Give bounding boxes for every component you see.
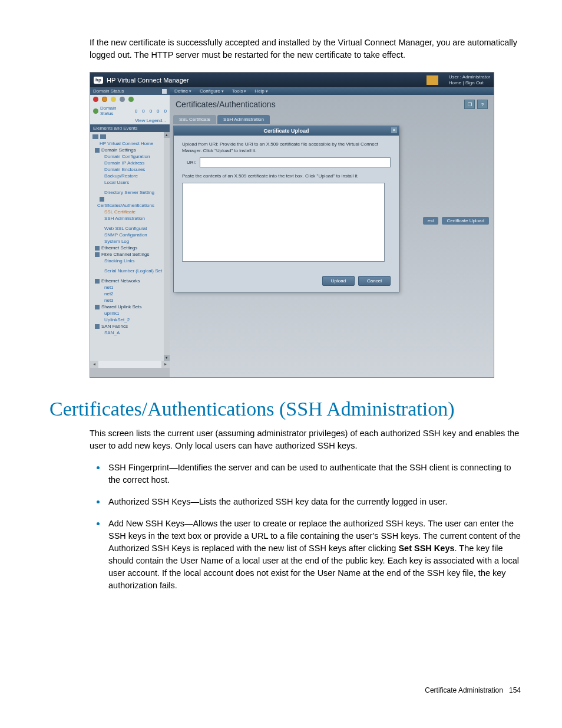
uri-label: URI:	[187, 160, 196, 165]
tree-icon[interactable]	[92, 134, 98, 139]
dialog-title: Certificate Upload ×	[174, 126, 399, 136]
nav-tree-icons	[92, 133, 167, 140]
nav-net2[interactable]: net2	[92, 291, 167, 297]
close-icon[interactable]: ×	[391, 127, 397, 133]
bullet-authorized-keys: Authorized SSH Keys—Lists the authorized…	[106, 495, 521, 508]
menu-help[interactable]: Help	[254, 88, 267, 94]
certificate-upload-dialog: Certificate Upload × Upload from URI: Pr…	[173, 126, 399, 292]
collapse-icon[interactable]	[162, 89, 167, 94]
nav-san-fabrics[interactable]: SAN Fabrics	[92, 323, 167, 330]
nav-tree: HP Virtual Connect Home Domain Settings …	[90, 132, 170, 361]
status-dot-critical-icon	[93, 97, 98, 102]
tab-ssl-certificate[interactable]: SSL Certificate	[173, 115, 216, 124]
horizontal-scrollbar[interactable]: ◂ ▸	[90, 361, 170, 368]
section-heading: Certificates/Authentications (SSH Admini…	[49, 398, 521, 420]
dialog-instr-paste: Paste the contents of an X.509 certifica…	[182, 173, 391, 179]
upload-button[interactable]: Upload	[322, 276, 355, 286]
titlebar: hp HP Virtual Connect Manager User : Adm…	[90, 73, 494, 87]
intro-paragraph: If the new certificate is successfully a…	[90, 37, 521, 61]
nav-dir-server[interactable]: Directory Server Setting	[92, 189, 167, 196]
bullet-ssh-fingerprint: SSH Fingerprint—Identifies the server an…	[106, 460, 521, 486]
footer-page: 154	[509, 686, 521, 694]
nav-shared-uplink[interactable]: Shared Uplink Sets	[92, 304, 167, 310]
folder-icon	[95, 246, 100, 251]
nav-domain-config[interactable]: Domain Configuration	[92, 153, 167, 160]
nav-vc-home[interactable]: HP Virtual Connect Home	[92, 140, 167, 147]
tree-icon[interactable]	[100, 134, 106, 139]
signout-link[interactable]: Sign Out	[465, 80, 484, 85]
nav-cert-auth[interactable]: Certificates/Authentications	[92, 202, 167, 209]
dialog-instr-uri: Upload from URI: Provide the URI to an X…	[182, 141, 391, 154]
folder-icon	[100, 197, 104, 202]
nav-ssh-admin[interactable]: SSH Administration	[92, 215, 167, 222]
tabs: SSL Certificate SSH Administration	[170, 115, 494, 124]
menubar: Define Configure Tools Help	[170, 87, 494, 95]
folder-icon	[95, 305, 100, 309]
status-row	[90, 95, 170, 104]
home-link[interactable]: Home	[449, 80, 461, 85]
scroll-right-icon[interactable]: ▸	[161, 361, 170, 368]
nav-ssl-cert[interactable]: SSL Certificate	[92, 209, 167, 215]
nav-net3[interactable]: net3	[92, 297, 167, 304]
status-label-row: Domain Status 0 0 0 0 0	[90, 104, 170, 118]
nav-domain-ip[interactable]: Domain IP Address	[92, 160, 167, 166]
nav-net1[interactable]: net1	[92, 284, 167, 291]
menu-define[interactable]: Define	[174, 88, 191, 94]
page-title-row: Certificates/Authentications ❐ ?	[170, 95, 494, 115]
scroll-left-icon[interactable]: ◂	[90, 361, 98, 368]
menu-configure[interactable]: Configure	[200, 88, 224, 94]
sidebar-domain-status-header: Domain Status	[90, 87, 170, 95]
nav-syslog[interactable]: System Log	[92, 238, 167, 245]
menu-tools[interactable]: Tools	[232, 88, 247, 94]
nav-local-users[interactable]: Local Users	[92, 179, 167, 186]
home-icon[interactable]	[427, 75, 438, 85]
status-dot-ok-icon	[128, 97, 134, 102]
nav-uplinkset2[interactable]: UplinkSet_2	[92, 317, 167, 323]
cancel-button[interactable]: Cancel	[358, 276, 391, 286]
status-dot-major-icon	[102, 97, 107, 102]
bullet-list: SSH Fingerprint—Identifies the server an…	[90, 460, 521, 592]
nav-serial[interactable]: Serial Number (Logical) Set	[92, 268, 167, 274]
domain-status-label[interactable]: Domain Status	[100, 106, 131, 116]
section-intro: This screen lists the current user (assu…	[90, 427, 521, 452]
hp-logo-icon: hp	[94, 77, 103, 84]
scroll-down-icon[interactable]: ▾	[164, 355, 170, 361]
tab-ssh-administration[interactable]: SSH Administration	[217, 115, 270, 124]
background-buttons: est Certificate Upload	[423, 217, 489, 225]
nav-domain-settings[interactable]: Domain Settings	[92, 147, 167, 153]
nav-snmp[interactable]: SNMP Configuration	[92, 232, 167, 238]
nav-backup-restore[interactable]: Backup/Restore	[92, 173, 167, 179]
certificate-textarea[interactable]	[182, 183, 385, 262]
nav-ethernet-settings[interactable]: Ethernet Settings	[92, 245, 167, 251]
nav-fc-settings[interactable]: Fibre Channel Settings	[92, 251, 167, 258]
sidebar-elements-header: Elements and Events	[90, 124, 170, 132]
user-label: User : Administrator	[449, 74, 490, 80]
app-title: HP Virtual Connect Manager	[107, 77, 189, 84]
bullet-add-new-keys: Add New SSH Keys—Allows the user to crea…	[106, 516, 521, 592]
scroll-up-icon[interactable]: ▴	[164, 132, 170, 138]
main-panel: Define Configure Tools Help Certificates…	[170, 87, 494, 377]
app-screenshot: hp HP Virtual Connect Manager User : Adm…	[90, 72, 494, 378]
nav-san-a[interactable]: SAN_A	[92, 330, 167, 336]
nav-scrollbar[interactable]: ▴ ▾	[164, 132, 170, 361]
sidebar: Domain Status Domain Status	[90, 87, 170, 377]
nav-stacking[interactable]: Stacking Links	[92, 258, 167, 264]
nav-domain-enclosures[interactable]: Domain Enclosures	[92, 166, 167, 173]
user-block: User : Administrator Home | Sign Out	[449, 74, 490, 85]
uri-input[interactable]	[200, 157, 391, 167]
help-icon[interactable]: ?	[477, 100, 488, 109]
folder-icon	[95, 279, 100, 284]
folder-icon	[95, 252, 100, 257]
nav-uplink1[interactable]: uplink1	[92, 310, 167, 317]
bg-button-1[interactable]: est	[423, 217, 439, 225]
view-legend-link[interactable]: View Legend...	[90, 118, 170, 124]
nav-eth-networks[interactable]: Ethernet Networks	[92, 278, 167, 284]
folder-icon	[95, 324, 100, 329]
bg-button-cert-upload[interactable]: Certificate Upload	[442, 217, 489, 225]
status-ok-icon	[93, 108, 98, 114]
page-title: Certificates/Authentications	[176, 100, 276, 109]
print-icon[interactable]: ❐	[464, 100, 475, 109]
nav-web-ssl[interactable]: Web SSL Configurat	[92, 225, 167, 232]
status-dot-unknown-icon	[120, 97, 125, 102]
status-dot-minor-icon	[111, 97, 116, 102]
